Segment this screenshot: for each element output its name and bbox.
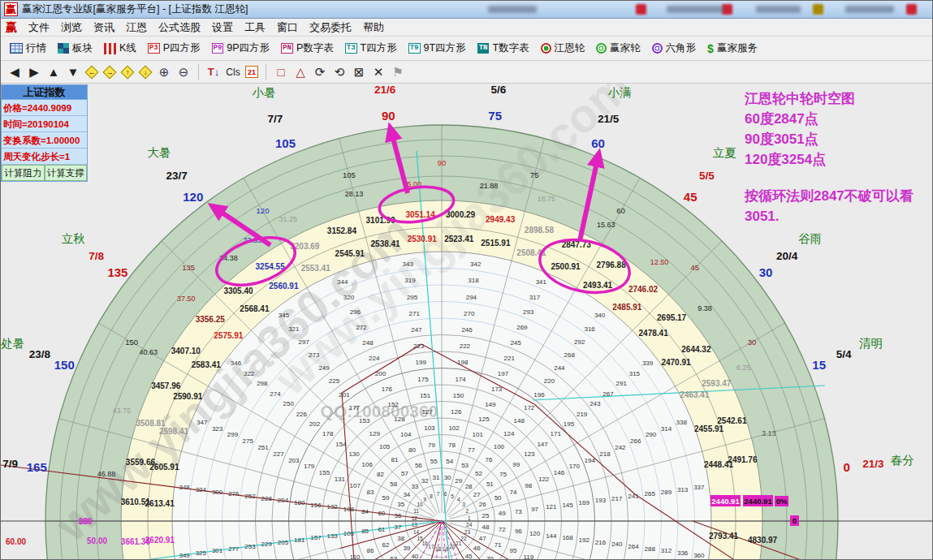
spiral-number: 119: [523, 554, 533, 560]
pan-down-icon[interactable]: ↓: [139, 65, 153, 79]
toolbar-item-p-table[interactable]: PNP数字表: [277, 40, 338, 57]
percent-label: 15.63: [597, 221, 616, 229]
spiral-number: 97: [531, 506, 538, 513]
background-icon: [906, 4, 917, 15]
spiral-number: 58: [390, 480, 397, 488]
calc-support-button[interactable]: 计算支撑: [45, 165, 88, 181]
t-down-icon[interactable]: T↓: [206, 64, 221, 80]
toolbar-item-sectors[interactable]: 板块: [54, 40, 97, 57]
toolbar-label: 赢家轮: [610, 41, 641, 55]
t-square-icon: T3: [345, 43, 357, 54]
nav-down-icon[interactable]: ▼: [66, 64, 80, 80]
menu-item-browse[interactable]: 浏览: [61, 20, 82, 35]
toolbar-label: P数字表: [296, 41, 334, 55]
toolbar-item-p-square[interactable]: P3P四方形: [144, 40, 205, 57]
toolbar-item-t-table[interactable]: TNT数字表: [473, 40, 533, 57]
percent-label: 9.38: [698, 304, 712, 312]
menu-item-settings[interactable]: 设置: [212, 20, 233, 35]
calendar-icon[interactable]: 21: [245, 66, 258, 78]
toolbar-item-9t-square[interactable]: T99T四方形: [404, 40, 470, 57]
date-label: 20/4: [776, 250, 798, 262]
spiral-number: 147: [537, 441, 548, 448]
instrument-title: 上证指数: [2, 85, 87, 100]
menu-item-formula[interactable]: 公式选股: [158, 20, 201, 35]
spiral-number: 101: [473, 431, 484, 438]
draw-triangle-icon[interactable]: △: [293, 64, 308, 80]
spiral-number: 270: [464, 310, 475, 317]
spiral-number: 70: [486, 555, 494, 560]
toolbar-label: 行情: [26, 41, 46, 55]
spiral-number: 222: [460, 342, 471, 350]
spiral-number: 253: [244, 543, 256, 550]
percent-label: 37.50: [177, 295, 196, 303]
nav-forward-icon[interactable]: ▶: [27, 64, 41, 80]
spiral-number: 81: [391, 456, 399, 463]
cls-icon[interactable]: Cls: [226, 64, 240, 80]
menu-item-news[interactable]: 资讯: [93, 20, 114, 35]
pan-up-icon[interactable]: ↑: [121, 65, 135, 79]
spiral-number: 338: [676, 419, 688, 426]
spiral-number: 144: [546, 532, 557, 540]
spiral-number: 264: [628, 543, 639, 550]
degree-ring-label: 120: [257, 206, 270, 215]
spiral-number: 266: [630, 437, 641, 445]
rotate-cw-icon[interactable]: ⟳: [313, 64, 327, 80]
toolbar-item-winner-service[interactable]: $赢家服务: [703, 40, 762, 57]
menu-item-help[interactable]: 帮助: [363, 20, 384, 35]
price-inner-label: 2583.41: [192, 360, 222, 369]
9p-square-icon: P9: [212, 43, 224, 54]
cross-arrows-icon[interactable]: ✕: [371, 64, 386, 80]
toolbar-item-winner-wheel[interactable]: 赢家轮: [592, 40, 645, 57]
current-price-text: 0: [793, 516, 797, 525]
solar-term-label: 立夏: [713, 146, 737, 159]
spiral-number: 343: [403, 261, 414, 268]
menu-item-tools[interactable]: 工具: [244, 20, 266, 35]
hexagon-icon: [652, 43, 663, 54]
rotate-ccw-icon[interactable]: ⟲: [332, 64, 347, 80]
spiral-number: 360: [693, 552, 705, 559]
spiral-number: 316: [584, 325, 595, 333]
price-outer-label: 2644.32: [681, 345, 711, 354]
toolbar-item-t-square[interactable]: T3T四方形: [341, 40, 401, 57]
degree-ring-label: 135: [182, 263, 195, 272]
spiral-number: 150: [453, 392, 464, 399]
solar-term-label: 立秋: [62, 232, 85, 245]
price-inner-label: 2620.91: [145, 536, 175, 545]
spiral-number: 84: [361, 508, 369, 515]
menu-item-trade[interactable]: 交易委托: [309, 20, 352, 35]
quotes-icon: [10, 43, 23, 54]
nav-back-icon[interactable]: ◀: [7, 64, 22, 80]
box-x-icon[interactable]: ⊠: [352, 64, 366, 80]
toolbar-label: 赢家服务: [717, 41, 758, 55]
spiral-number: 341: [536, 278, 547, 286]
draw-square-icon[interactable]: □: [274, 64, 288, 80]
toolbar-item-hexagon[interactable]: 六角形: [648, 40, 701, 57]
flag-icon[interactable]: ⚑: [391, 64, 405, 80]
calc-resistance-button[interactable]: 计算阻力: [2, 165, 45, 181]
spiral-number: 157: [310, 534, 322, 541]
nav-up-icon[interactable]: ▲: [46, 64, 61, 80]
spiral-number: 169: [579, 499, 590, 506]
toolbar-item-kline[interactable]: K线: [100, 40, 140, 57]
spiral-number: 32: [421, 477, 429, 485]
spiral-number: 325: [196, 549, 207, 557]
zoom-out-icon[interactable]: ⊖: [176, 64, 191, 80]
toolbar-item-quotes[interactable]: 行情: [6, 40, 50, 57]
date-label: 5/6: [491, 84, 507, 96]
menu-item-window[interactable]: 窗口: [277, 20, 298, 35]
spiral-number: 272: [356, 324, 367, 331]
outer-degree-label: 45: [684, 190, 698, 204]
spiral-number: 76: [486, 456, 493, 463]
toolbar-item-gann-wheel[interactable]: 江恩轮: [537, 40, 590, 57]
pan-left-icon[interactable]: ←: [85, 65, 99, 79]
pan-right-icon[interactable]: →: [103, 65, 117, 79]
menu-item-gann[interactable]: 江恩: [126, 20, 147, 35]
spiral-number: 269: [516, 324, 528, 331]
price-inner-label: 2523.41: [444, 235, 474, 243]
spiral-number: 129: [369, 430, 381, 437]
menu-item-file[interactable]: 文件: [28, 20, 50, 35]
price-inner-label: 2538.41: [371, 239, 401, 248]
toolbar-item-9p-square[interactable]: P99P四方形: [208, 40, 274, 57]
zoom-in-icon[interactable]: ⊕: [157, 64, 171, 80]
price-inner-label: 2560.91: [269, 282, 299, 291]
